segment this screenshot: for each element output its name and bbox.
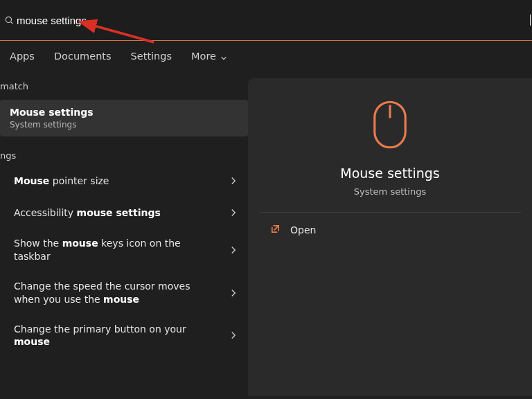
result-label: Change the primary button on your mouse	[14, 323, 190, 349]
result-mouse-pointer-size[interactable]: Mouse pointer size	[0, 165, 248, 197]
accent-divider	[0, 40, 532, 41]
chevron-right-icon	[229, 245, 238, 255]
result-label: Change the speed the cursor moves when y…	[14, 280, 190, 306]
search-icon	[0, 15, 14, 25]
best-match-subtitle: System settings	[10, 120, 238, 130]
tab-more[interactable]: More	[191, 51, 227, 62]
best-match-item[interactable]: Mouse settings System settings	[0, 100, 248, 136]
best-match-title: Mouse settings	[10, 107, 238, 118]
result-primary-button[interactable]: Change the primary button on your mouse	[0, 314, 248, 357]
result-cursor-speed[interactable]: Change the speed the cursor moves when y…	[0, 272, 248, 314]
result-accessibility-mouse-settings[interactable]: Accessibility mouse settings	[0, 197, 248, 229]
search-bar	[0, 0, 532, 40]
svg-point-0	[6, 17, 11, 22]
chevron-down-icon	[220, 53, 227, 60]
preview-subtitle: System settings	[267, 186, 513, 197]
group-settings-label: ngs	[0, 146, 248, 165]
chevron-right-icon	[229, 288, 238, 298]
chevron-right-icon	[229, 176, 238, 186]
mouse-icon	[267, 99, 513, 150]
chevron-right-icon	[229, 330, 238, 340]
search-input[interactable]	[14, 15, 531, 26]
open-action[interactable]: Open	[267, 213, 513, 247]
tab-more-label: More	[191, 51, 216, 62]
preview-panel: Mouse settings System settings Open	[248, 78, 532, 396]
group-best-match-label: match	[0, 77, 248, 96]
results-list: match Mouse settings System settings ngs…	[0, 74, 248, 396]
result-label: Show the mouse keys icon on the taskbar	[14, 237, 190, 263]
chevron-right-icon	[229, 208, 238, 218]
open-label: Open	[290, 224, 316, 236]
result-label: Mouse pointer size	[14, 175, 109, 188]
preview-title: Mouse settings	[267, 166, 513, 181]
svg-line-1	[11, 22, 13, 24]
tab-settings[interactable]: Settings	[131, 51, 172, 62]
result-label: Accessibility mouse settings	[14, 206, 161, 220]
text-caret	[530, 15, 531, 26]
tab-apps[interactable]: Apps	[10, 51, 35, 62]
result-show-mouse-keys-icon[interactable]: Show the mouse keys icon on the taskbar	[0, 229, 248, 272]
filter-tabs: Apps Documents Settings More	[0, 41, 532, 74]
open-external-icon	[270, 224, 281, 236]
tab-documents[interactable]: Documents	[54, 51, 112, 62]
